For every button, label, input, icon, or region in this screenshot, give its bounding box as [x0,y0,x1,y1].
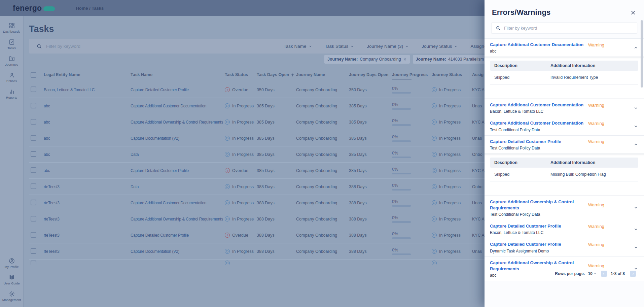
row-checkbox[interactable] [31,167,36,173]
legal-entity-link[interactable]: rteTeest3 [44,201,60,205]
warning-item-header[interactable]: Capture Additional Customer Documentatio… [485,99,644,117]
task-name-link[interactable]: Capture Additional Ownership & Control R… [131,217,223,221]
chevron-down-icon[interactable] [634,205,638,210]
filter-dropdown-task-status[interactable]: Task Status [325,44,354,49]
column-header-journey-name[interactable]: Journey Name [296,72,349,77]
chevron-down-icon[interactable] [634,227,638,232]
sidebar-item-dashboards[interactable]: Dashboards [0,20,23,36]
table-row[interactable]: rteTeest3 Capture Additional Ownership &… [29,211,540,227]
panel-scrollbar[interactable] [641,20,643,88]
warning-task-link[interactable]: Capture Additional Customer Documentatio… [490,42,588,48]
task-name-link[interactable]: Capture Additional Customer Documentatio… [131,201,206,205]
warning-item-header[interactable]: Capture Additional Customer Documentatio… [485,117,644,135]
task-name-link[interactable]: Capture Detailed Customer Profile [131,233,189,238]
column-header-journey-status[interactable]: Journey Status [432,72,472,77]
panel-filter-input[interactable] [504,26,633,31]
row-checkbox[interactable] [31,248,36,254]
row-checkbox[interactable] [31,103,36,108]
warning-task-link[interactable]: Capture Detailed Customer Profile [490,139,588,145]
row-checkbox[interactable] [31,119,36,125]
table-row[interactable]: abc Capture Detailed Customer Profile !O… [29,163,540,179]
legal-entity-link[interactable]: abc [44,136,50,141]
legal-entity-link[interactable]: rteTeest3 [44,184,60,189]
column-header-task-name[interactable]: Task Name [131,72,225,77]
task-name-link[interactable]: Capture Additional Ownership & Control R… [131,120,223,125]
warning-task-link[interactable]: Capture Detailed Customer Profile [490,241,588,247]
table-row[interactable]: abc Capture Documentation (V2) In Progre… [29,130,540,146]
row-checkbox[interactable] [31,87,36,92]
row-checkbox[interactable] [31,216,36,221]
task-name-link[interactable]: Data [131,152,139,157]
row-checkbox[interactable] [31,261,36,265]
column-header-task-days-open[interactable]: Task Days Open [257,72,296,77]
fenergo-logo[interactable]: fenergo [13,4,55,13]
row-checkbox[interactable] [31,200,36,205]
select-all-checkbox[interactable] [31,72,36,78]
close-icon[interactable] [630,10,636,15]
row-checkbox[interactable] [31,135,36,141]
chevron-down-icon[interactable] [634,106,638,110]
table-row[interactable]: abc Capture Additional Customer Document… [29,98,540,114]
table-row[interactable]: rteTeest3 Capture Detailed Customer Prof… [29,227,540,243]
sidebar-item-management[interactable]: Management [0,288,23,304]
sidebar-item-my-profile[interactable]: My Profile [0,255,23,271]
legal-entity-link[interactable]: abc [44,152,50,157]
sidebar-item-entities[interactable]: Entities [0,69,23,86]
table-row[interactable]: rteTeest3 Data In Progress 388 Days Comp… [29,179,540,195]
chevron-up-icon[interactable] [634,45,638,50]
keyword-filter-input[interactable] [46,44,154,49]
warning-item-header[interactable]: Capture Additional Ownership & Control R… [485,257,644,281]
table-row[interactable]: abc Data In Progress 385 Days Company On… [29,146,540,163]
legal-entity-link[interactable]: rteTeest3 [44,217,60,221]
sidebar-item-journeys[interactable]: Journeys [0,53,23,69]
column-header-journey-progress[interactable]: Journey Progress [392,72,432,77]
chevron-down-icon[interactable] [634,245,638,250]
task-name-link[interactable]: Capture Detailed Customer Profile [131,168,189,173]
next-page-button[interactable] [630,271,636,277]
sidebar-item-reports[interactable]: Reports [0,86,23,102]
task-name-link[interactable]: Capture Detailed Customer Profile [131,88,189,92]
legal-entity-link[interactable]: Bacon, Lettuce & Tomato LLC [44,88,95,92]
task-name-link[interactable]: Data [131,184,139,189]
warning-item-header[interactable]: Capture Detailed Customer Profile Warnin… [485,238,644,256]
chevron-up-icon[interactable] [634,142,638,147]
legal-entity-link[interactable]: rteTeest3 [44,233,60,238]
warning-item-header[interactable]: Capture Additional Ownership & Control R… [485,196,644,220]
task-name-link[interactable]: Capture Documentation (V2) [131,136,179,141]
warning-task-link[interactable]: Capture Additional Ownership & Control R… [490,199,588,211]
chevron-down-icon[interactable] [634,124,638,129]
legal-entity-link[interactable]: abc [44,168,50,173]
chip-remove-icon[interactable] [403,58,407,61]
table-row[interactable]: rteTeest3 Capture Documentation (V2) In … [29,243,540,260]
row-checkbox[interactable] [31,151,36,157]
warning-task-link[interactable]: Capture Additional Customer Documentatio… [490,120,588,126]
fenergo-logo-pill [43,6,55,11]
row-checkbox[interactable] [31,232,36,238]
filter-dropdown-journey-name-3[interactable]: Journey Name (3) [367,44,409,49]
table-row[interactable]: rteTeest3 Capture Additional Customer Do… [29,195,540,211]
legal-entity-link[interactable]: abc [44,120,50,125]
column-header-legal-entity-name[interactable]: Legal Entity Name [44,72,131,77]
warning-task-link[interactable]: Capture Additional Ownership & Control R… [490,260,588,272]
table-row[interactable]: abc Capture Additional Ownership & Contr… [29,114,540,130]
sidebar-item-user-guide[interactable]: User Guide [0,271,23,288]
legal-entity-link[interactable]: rteTeest3 [44,249,60,254]
column-header-task-status[interactable]: Task Status [225,72,257,77]
warning-item-header[interactable]: Capture Additional Customer Documentatio… [485,39,644,57]
previous-page-button[interactable] [601,271,607,277]
warning-item-header[interactable]: Capture Detailed Customer Profile Warnin… [485,220,644,238]
warning-item-header[interactable]: Capture Detailed Customer Profile Warnin… [485,136,644,154]
task-name-link[interactable]: Capture Documentation (V2) [131,249,179,254]
task-name-link[interactable]: Capture Additional Customer Documentatio… [131,104,206,108]
filter-dropdown-task-name[interactable]: Task Name [284,44,312,49]
column-header-journey-days-open[interactable]: Journey Days Open [349,72,392,77]
sidebar-item-tasks[interactable]: Tasks [0,36,23,53]
row-checkbox[interactable] [31,183,36,189]
warning-task-link[interactable]: Capture Additional Customer Documentatio… [490,102,588,108]
breadcrumb[interactable]: Home / Tasks [76,6,104,11]
warning-task-link[interactable]: Capture Detailed Customer Profile [490,223,588,229]
table-row[interactable]: Bacon, Lettuce & Tomato LLC Capture Deta… [29,82,540,98]
rows-per-page-select[interactable]: 10 [588,271,597,276]
legal-entity-link[interactable]: abc [44,104,50,108]
filter-dropdown-journey-status[interactable]: Journey Status [422,44,458,49]
